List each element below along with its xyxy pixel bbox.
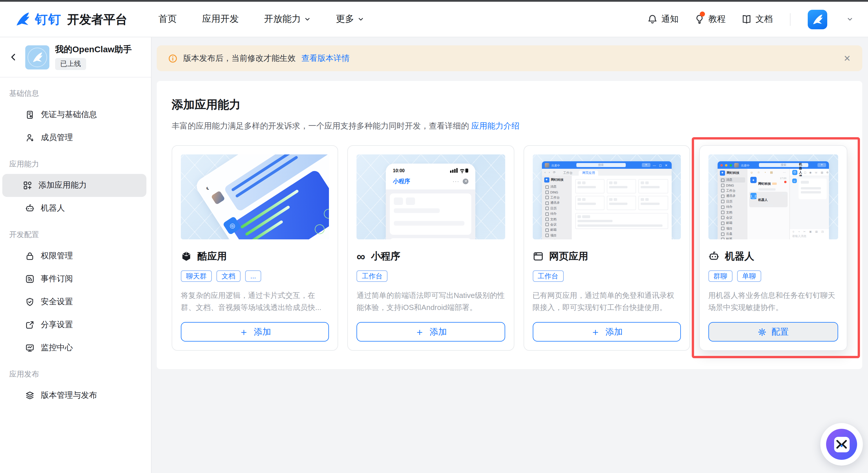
- logo-brand-text: 钉钉: [35, 11, 61, 28]
- sidebar-app-header: 我的OpenClaw助手 已上线: [0, 37, 151, 77]
- close-icon[interactable]: ✕: [844, 54, 851, 63]
- assistant-widget-button[interactable]: [820, 423, 863, 466]
- app-status-badge: 已上线: [55, 58, 86, 70]
- cool-app-illustration: ‹ 网钉大家庭: [181, 154, 329, 240]
- add-web-app-button[interactable]: ＋ 添加: [532, 322, 681, 342]
- sidebar-section-app-capability: 应用能力: [0, 149, 151, 174]
- dingtalk-logo[interactable]: 钉钉 开发者平台: [14, 11, 127, 28]
- sidebar-item-add-capability[interactable]: 添加应用能力: [2, 174, 146, 197]
- bell-icon: [648, 14, 657, 24]
- info-circle-icon: [168, 54, 177, 63]
- tag-more: ...: [245, 271, 261, 282]
- nav-item-open-capability[interactable]: 开放能力: [264, 13, 311, 25]
- nav-divider: [790, 13, 790, 26]
- sidebar-item-version-release[interactable]: 版本管理与发布: [2, 384, 146, 407]
- notifications-button[interactable]: 通知: [648, 14, 679, 25]
- mini-search-bar: 搜索: [577, 163, 626, 167]
- robot-illustration: 出差中 搜索 + ✦网钉科技 消息 DING: [708, 154, 838, 240]
- view-version-details-link[interactable]: 查看版本详情: [301, 53, 350, 63]
- robot-icon: [708, 251, 719, 262]
- card-title: 机器人: [725, 250, 754, 263]
- robot-avatar: ʘ: [792, 179, 797, 183]
- dingtalk-wing-icon: [14, 11, 31, 27]
- sidebar-item-permissions[interactable]: 权限管理: [2, 245, 146, 267]
- card-title: 酷应用: [197, 250, 227, 263]
- mini-window-controls: — ◻ ✕: [653, 163, 669, 167]
- sidebar-item-credentials[interactable]: 凭证与基础信息: [2, 103, 146, 126]
- nav-links: 首页 应用开发 开放能力 更多: [158, 13, 364, 25]
- banner-text: 版本发布后，当前修改才能生效: [183, 53, 296, 63]
- nav-item-app-dev[interactable]: 应用开发: [202, 13, 239, 25]
- add-cool-app-button[interactable]: ＋ 添加: [181, 322, 329, 342]
- user-avatar[interactable]: [808, 9, 827, 29]
- infinity-icon: ∞: [357, 251, 365, 262]
- mini-input-toolbar-icons: ☺ ⌁ ✂ ▣ ▤ ◳ ✎ ⊞ ✉ ⚑ ⋯: [792, 230, 827, 233]
- assistant-widget-icon: [834, 437, 849, 452]
- plus-icon: ＋: [415, 327, 425, 337]
- mini-program-illustration: 10:00 小程序 ··· ✕: [357, 154, 505, 240]
- developer-platform-page: 钉钉 开发者平台 首页 应用开发 开放能力 更多 通知 教程 文档: [0, 0, 868, 473]
- notification-dot-badge: [700, 11, 705, 17]
- traffic-light-zoom: [730, 164, 732, 166]
- card-description: 通过简单的前端语法即可写出Native级别的性能体验，支持iOS和Android…: [357, 289, 505, 313]
- unread-badge: [784, 181, 786, 183]
- mini-nav-arrows: ‹ › ⟳: [545, 170, 557, 174]
- mini-chat-item-robot: ʘ‿ʘ 机器人: [749, 191, 787, 207]
- mini-input-placeholder: 请输入消息: [792, 234, 827, 238]
- layers-icon: [25, 391, 34, 400]
- sidebar-item-share-settings[interactable]: 分享设置: [2, 313, 146, 336]
- sidebar-section-basic-info: 基础信息: [0, 78, 151, 103]
- avatar-menu-button[interactable]: [847, 14, 853, 24]
- mini-org-logo: ✦: [544, 177, 549, 183]
- page-subtitle: 丰富的应用能力满足多样的开发诉求，一个应用支持多种能力同时开发，查看详细的 应用…: [172, 121, 847, 131]
- logo-platform-text: 开发者平台: [67, 11, 127, 27]
- card-web-app: 出差中 搜索 + — ◻ ✕ ‹ › ⟳ 工作台 网页应用: [523, 145, 690, 351]
- card-description: 已有网页应用，通过简单的免登和通讯录权限接入，即可实现钉钉工作台快捷使用。: [532, 289, 681, 313]
- add-mini-program-button[interactable]: ＋ 添加: [357, 322, 505, 342]
- chevron-left-icon: [9, 53, 18, 61]
- tag: 聊天群: [181, 271, 212, 282]
- mini-avatar: [545, 163, 549, 167]
- card-title: 小程序: [371, 250, 400, 263]
- docs-button[interactable]: 文档: [742, 14, 773, 25]
- nav-actions: 通知 教程 文档: [648, 9, 853, 29]
- sidebar-item-security[interactable]: 安全设置: [2, 290, 146, 313]
- phone-nav-title: 小程序: [393, 177, 410, 185]
- more-dots-icon: ···: [453, 179, 460, 184]
- chevron-down-icon: [304, 16, 311, 22]
- robot-avatar: ʘ‿ʘ: [750, 193, 756, 199]
- tutorial-button[interactable]: 教程: [694, 14, 725, 25]
- card-mini-program: 10:00 小程序 ··· ✕: [348, 145, 515, 351]
- book-icon: [742, 14, 751, 24]
- card-title: 网页应用: [549, 250, 588, 263]
- version-notice-banner: 版本发布后，当前修改才能生效 查看版本详情 ✕: [157, 45, 862, 71]
- plus-icon: ＋: [239, 327, 249, 337]
- sidebar-item-members[interactable]: 成员管理: [2, 126, 146, 149]
- card-description: 用机器人将业务信息和任务在钉钉聊天场景中实现敏捷协作。: [708, 289, 838, 313]
- tag: 工作台: [357, 271, 388, 282]
- traffic-light-minimize: [725, 164, 727, 166]
- back-button[interactable]: [7, 53, 20, 61]
- sidebar-section-dev-config: 开发配置: [0, 220, 151, 245]
- capability-cards: ‹ 网钉大家庭: [172, 145, 847, 351]
- illustration-back-icon: ‹: [204, 184, 211, 192]
- configure-robot-button[interactable]: 配置: [708, 322, 838, 342]
- tag: 群聊: [708, 271, 733, 282]
- capability-intro-link[interactable]: 应用能力介绍: [471, 121, 520, 130]
- nav-item-home[interactable]: 首页: [158, 13, 177, 25]
- robot-card-wrap: 出差中 搜索 + ✦网钉科技 消息 DING: [699, 145, 848, 351]
- top-navbar: 钉钉 开发者平台 首页 应用开发 开放能力 更多 通知 教程 文档: [0, 2, 868, 37]
- nav-item-more[interactable]: 更多: [336, 13, 364, 25]
- sidebar-item-event-subscription[interactable]: 事件订阅: [2, 267, 146, 290]
- robot-avatar: ʘ: [792, 169, 797, 175]
- tag: 单聊: [737, 271, 761, 282]
- sidebar-item-monitor-center[interactable]: 监控中心: [2, 336, 146, 359]
- app-name: 我的OpenClaw助手: [55, 44, 132, 55]
- chevron-down-icon: [847, 16, 853, 22]
- card-description: 将复杂的应用逻辑，通过卡片式交互，在群、文档、音视频等场域浅透出给成员快...: [181, 289, 329, 313]
- tag: 工作台: [532, 271, 563, 282]
- sidebar-item-robot[interactable]: 机器人: [2, 197, 146, 220]
- mini-org-logo: ✦: [720, 170, 725, 176]
- share-icon: [25, 320, 34, 329]
- mini-chat-item-org: ✦ 网钉科技 17:00: [749, 176, 787, 191]
